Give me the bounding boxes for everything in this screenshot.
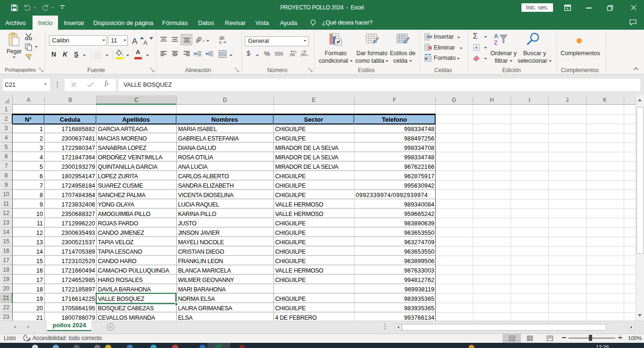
svg-text:A: A	[494, 33, 498, 40]
svg-text:Z: Z	[494, 40, 497, 46]
svg-text:ab: ab	[196, 36, 203, 43]
svg-text:,00: ,00	[289, 52, 295, 57]
svg-text:0: 0	[295, 50, 297, 53]
svg-text:,00: ,00	[300, 52, 306, 57]
svg-text:c: c	[219, 40, 222, 44]
